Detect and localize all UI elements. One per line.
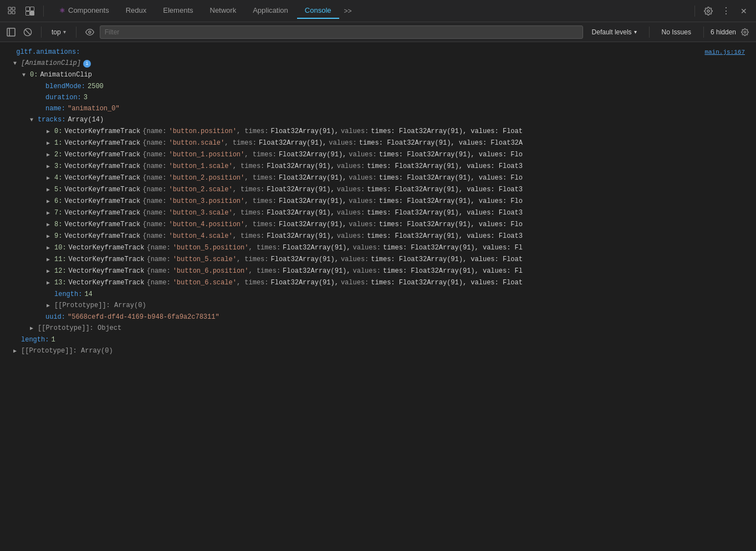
toolbar-separator-2 xyxy=(76,27,76,38)
tab-console[interactable]: Console xyxy=(297,3,339,19)
levels-chevron-icon: ▾ xyxy=(634,29,637,35)
clip-0-expand-arrow[interactable]: ▼ xyxy=(22,70,30,80)
tabs-container: ⚛ Components Redux Elements Network Appl… xyxy=(52,3,691,19)
svg-rect-7 xyxy=(30,11,34,15)
tab-network[interactable]: Network xyxy=(202,3,244,19)
track-9-expand[interactable]: ▶ xyxy=(47,232,54,242)
track-0-expand[interactable]: ▶ xyxy=(47,127,54,137)
prototype-object-line: ▶ [[Prototype]]: Object xyxy=(0,323,756,334)
track-0-line: ▶ 0: VectorKeyframeTrack {name: 'button.… xyxy=(0,126,756,137)
track-1-expand[interactable]: ▶ xyxy=(47,139,54,149)
svg-point-13 xyxy=(89,31,91,33)
track-6-line: ▶ 6: VectorKeyframeTrack {name: 'button_… xyxy=(0,196,756,207)
prototype-object-expand[interactable]: ▶ xyxy=(30,324,38,334)
svg-rect-5 xyxy=(30,7,34,11)
toolbar-separator-1 xyxy=(41,27,42,38)
track-11-line: ▶ 11: VectorKeyframeTrack {name: 'button… xyxy=(0,254,756,266)
duration-line: duration: 3 xyxy=(0,92,756,103)
length-line: length: 14 xyxy=(0,289,756,300)
root-log-line: gltf.animations: main.js:167 xyxy=(0,47,756,58)
name-line: name: "animation_0" xyxy=(0,103,756,114)
svg-rect-0 xyxy=(8,7,11,10)
menu-icon[interactable]: ⋮ xyxy=(718,3,734,19)
prototype-array-line: ▶ [[Prototype]]: Array(0) xyxy=(0,300,756,312)
source-link[interactable]: main.js:167 xyxy=(704,47,752,57)
svg-point-14 xyxy=(744,31,746,33)
track-3-line: ▶ 3: VectorKeyframeTrack {name: 'button_… xyxy=(0,161,756,172)
blend-mode-line: blendMode: 2500 xyxy=(0,81,756,92)
levels-button[interactable]: Default levels ▾ xyxy=(586,26,642,38)
array-clip-line: ▼ [AnimationClip] i xyxy=(0,58,756,69)
toolbar-separator-4 xyxy=(703,27,704,38)
track-7-expand[interactable]: ▶ xyxy=(47,208,54,218)
sidebar-toggle-icon[interactable] xyxy=(4,25,18,39)
tab-components[interactable]: ⚛ Components xyxy=(52,3,117,19)
tab-application[interactable]: Application xyxy=(245,3,296,19)
console-toolbar: top ▾ Default levels ▾ No Issues 6 hidde… xyxy=(0,22,756,42)
root-label: gltf.animations: xyxy=(16,48,80,56)
svg-point-8 xyxy=(707,10,709,12)
track-7-line: ▶ 7: VectorKeyframeTrack {name: 'button_… xyxy=(0,207,756,219)
hidden-settings-icon[interactable] xyxy=(738,25,752,39)
tracks-container: ▶ 0: VectorKeyframeTrack {name: 'button.… xyxy=(0,126,756,289)
console-content: gltf.animations: main.js:167 ▼ [Animatio… xyxy=(0,42,756,551)
uuid-line: uuid: "5668cefd-df4d-4169-b948-6fa9a2c78… xyxy=(0,312,756,323)
info-badge[interactable]: i xyxy=(83,60,91,68)
track-5-expand[interactable]: ▶ xyxy=(47,185,54,195)
svg-rect-4 xyxy=(26,7,30,11)
track-4-expand[interactable]: ▶ xyxy=(47,174,54,183)
track-3-expand[interactable]: ▶ xyxy=(47,162,54,172)
track-10-line: ▶ 10: VectorKeyframeTrack {name: 'button… xyxy=(0,242,756,254)
prototype-outer-expand[interactable]: ▶ xyxy=(13,346,21,356)
filter-input[interactable] xyxy=(100,25,583,39)
eye-icon[interactable] xyxy=(83,25,96,39)
svg-rect-6 xyxy=(26,11,30,15)
track-2-expand[interactable]: ▶ xyxy=(47,150,54,160)
svg-rect-3 xyxy=(12,11,15,14)
track-12-line: ▶ 12: VectorKeyframeTrack {name: 'button… xyxy=(0,266,756,277)
track-6-expand[interactable]: ▶ xyxy=(47,197,54,207)
track-8-expand[interactable]: ▶ xyxy=(47,220,54,230)
no-issues-label: No Issues xyxy=(656,26,697,38)
toolbar-separator-3 xyxy=(649,27,650,38)
tab-separator-2 xyxy=(694,6,695,17)
tab-bar-left-icons xyxy=(4,3,47,19)
components-icon: ⚛ xyxy=(59,7,65,14)
tab-separator-1 xyxy=(43,6,44,17)
array-expand-arrow[interactable]: ▼ xyxy=(13,59,21,69)
track-10-expand[interactable]: ▶ xyxy=(47,243,54,253)
prototype-outer-line: ▶ [[Prototype]]: Array(0) xyxy=(0,345,756,357)
prototype-array-expand[interactable]: ▶ xyxy=(47,301,54,311)
svg-rect-9 xyxy=(7,28,15,36)
track-8-line: ▶ 8: VectorKeyframeTrack {name: 'button_… xyxy=(0,219,756,231)
track-1-line: ▶ 1: VectorKeyframeTrack {name: 'button.… xyxy=(0,137,756,149)
tab-bar-right: ⋮ ✕ xyxy=(691,3,752,19)
track-12-expand[interactable]: ▶ xyxy=(47,267,54,277)
hidden-count-container: 6 hidden xyxy=(711,25,752,39)
chevron-down-icon: ▾ xyxy=(63,29,66,35)
cursor-icon[interactable] xyxy=(4,3,20,19)
track-13-line: ▶ 13: VectorKeyframeTrack {name: 'button… xyxy=(0,277,756,289)
tracks-expand-arrow[interactable]: ▼ xyxy=(30,115,38,125)
tracks-line: ▼ tracks: Array(14) xyxy=(0,114,756,126)
tab-bar: ⚛ Components Redux Elements Network Appl… xyxy=(0,0,756,22)
context-selector[interactable]: top ▾ xyxy=(48,27,69,37)
tab-elements[interactable]: Elements xyxy=(155,3,201,19)
clip-0-line: ▼ 0: AnimationClip xyxy=(0,69,756,81)
track-9-line: ▶ 9: VectorKeyframeTrack {name: 'button_… xyxy=(0,231,756,242)
svg-line-12 xyxy=(25,29,30,34)
track-11-expand[interactable]: ▶ xyxy=(47,255,54,265)
close-icon[interactable]: ✕ xyxy=(736,3,752,19)
length-outer-line: length: 1 xyxy=(0,334,756,345)
svg-rect-2 xyxy=(8,11,11,14)
svg-rect-1 xyxy=(12,7,15,10)
track-4-line: ▶ 4: VectorKeyframeTrack {name: 'button_… xyxy=(0,172,756,184)
track-13-expand[interactable]: ▶ xyxy=(47,278,54,288)
clear-console-icon[interactable] xyxy=(21,25,34,39)
inspect-icon[interactable] xyxy=(22,3,38,19)
tab-redux[interactable]: Redux xyxy=(118,3,155,19)
settings-icon[interactable] xyxy=(701,3,716,19)
more-tabs-button[interactable]: >> xyxy=(340,3,356,19)
track-2-line: ▶ 2: VectorKeyframeTrack {name: 'button_… xyxy=(0,149,756,161)
track-5-line: ▶ 5: VectorKeyframeTrack {name: 'button_… xyxy=(0,184,756,196)
